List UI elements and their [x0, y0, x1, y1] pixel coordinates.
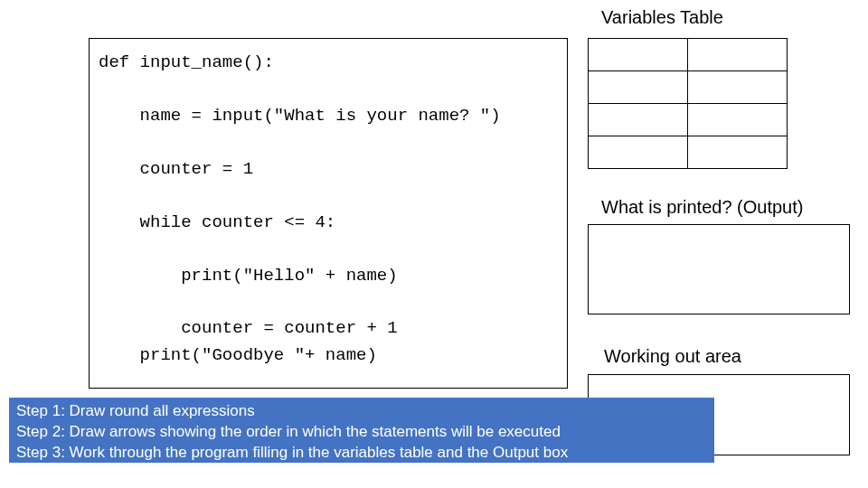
variables-cell [688, 104, 788, 136]
output-title: What is printed? (Output) [601, 197, 803, 218]
code-listing: def input_name(): name = input("What is … [99, 50, 558, 369]
working-title: Working out area [604, 346, 741, 367]
output-box [588, 224, 850, 314]
variables-cell [589, 39, 688, 71]
variables-cell [589, 71, 688, 104]
variables-cell [688, 71, 788, 104]
variables-cell [589, 104, 688, 136]
step-3: Step 3: Work through the program filling… [16, 443, 707, 464]
variables-cell [688, 39, 788, 71]
variables-cell [688, 136, 788, 169]
variables-table-title: Variables Table [601, 7, 723, 28]
step-1: Step 1: Draw round all expressions [16, 401, 707, 422]
step-2: Step 2: Draw arrows showing the order in… [16, 422, 707, 443]
variables-cell [589, 136, 688, 169]
variables-table [588, 38, 788, 169]
steps-panel: Step 1: Draw round all expressions Step … [9, 398, 714, 463]
code-box: def input_name(): name = input("What is … [89, 38, 568, 389]
